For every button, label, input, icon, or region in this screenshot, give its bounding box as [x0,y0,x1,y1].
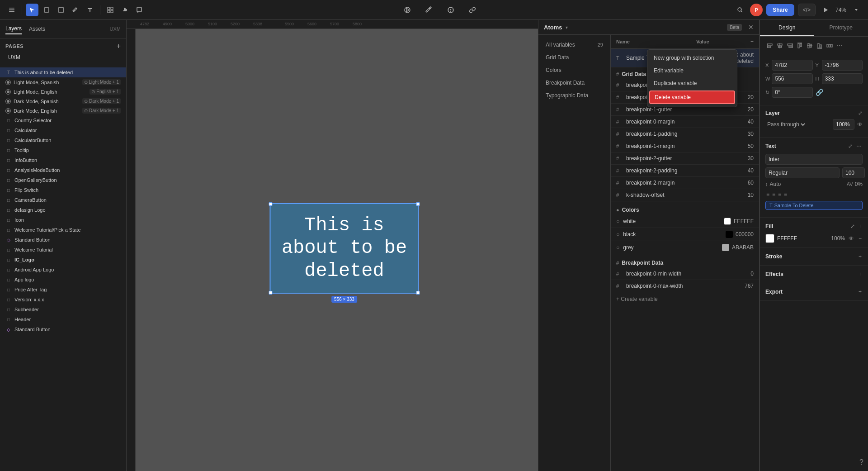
align-justify-text-icon[interactable]: ≡ [783,190,788,198]
var-row-breakpoint-2-gutter[interactable]: # breakpoint-2-gutter 30 [611,152,759,165]
align-bottom-icon[interactable] [815,41,824,50]
layer-item-tooltip[interactable]: □ Tooltip [0,145,126,155]
avatar[interactable]: P [750,4,763,16]
x-input[interactable] [772,60,812,71]
align-center-h-icon[interactable] [775,41,784,50]
font-size-input[interactable] [842,167,865,178]
layer-item-country-selector[interactable]: □ Country Selector [0,115,126,125]
tab-assets[interactable]: Assets [29,24,45,34]
align-left-text-icon[interactable]: ≡ [765,190,770,198]
tab-layers[interactable]: Layers [5,24,22,34]
layer-item-subheader[interactable]: □ Subheader [0,304,126,314]
layer-item-analysismodebutton[interactable]: □ AnalysisModeButton [0,165,126,175]
add-variable-icon[interactable]: + [750,38,754,45]
atoms-nav-all-variables[interactable]: All variables 29 [538,38,610,51]
create-variable-row[interactable]: + Create variable [611,292,759,306]
color-row-black[interactable]: ○ black 000000 [611,228,759,241]
y-input[interactable] [822,60,863,71]
layer-item-flip-switch[interactable]: □ Flip Switch [0,185,126,195]
context-menu-edit[interactable]: Edit variable [647,64,737,77]
expand-fill-icon[interactable]: ⤢ [849,222,856,230]
color-row-white[interactable]: ○ white FFFFFF [611,215,759,228]
context-menu-duplicate[interactable]: Duplicate variable [647,77,737,90]
layer-item-calculator[interactable]: □ Calculator [0,125,126,135]
layer-item-standard-button-2[interactable]: ◇ Standard Button [0,324,126,334]
color-row-grey[interactable]: ○ grey ABABAB [611,241,759,254]
var-row-breakpoint-0-margin[interactable]: # breakpoint-0-margin 40 [611,116,759,128]
canvas-content[interactable]: This is about to be deleted 556 × 333 [136,29,538,471]
frame-handle-bottom-left[interactable] [269,291,273,295]
layer-item-icon[interactable]: □ Icon [0,215,126,225]
more-align-icon[interactable] [835,41,844,50]
share-button[interactable]: Share [766,4,794,16]
menu-icon[interactable] [5,4,18,16]
atoms-nav-colors[interactable]: Colors [538,64,610,76]
var-row-breakpoint-0-min-width[interactable]: # breakpoint-0-min-width 0 [611,268,759,280]
atoms-nav-typographic-data[interactable]: Typographic Data [538,89,610,102]
layer-item-price-after-tag[interactable]: □ Price After Tag [0,285,126,295]
hand-tool-icon[interactable] [118,4,131,16]
page-item-uxm[interactable]: UXM [5,53,121,62]
layer-item-dark-mode-spanish[interactable]: Dark Mode, Spanish ⊙ Dark Mode + 1 [0,96,126,106]
layer-item-welcome-tutorial[interactable]: □ Welcome Tutorial [0,245,126,255]
align-right-text-icon[interactable]: ≡ [777,190,782,198]
code-button[interactable]: </> [798,4,816,16]
layer-item-standard-button-1[interactable]: ◇ Standard Button [0,235,126,245]
canvas-area[interactable]: 4782 4900 5000 5100 5200 5338 5500 5600 … [127,20,538,471]
layer-item-app-logo[interactable]: □ App logo [0,275,126,285]
var-row-breakpoint-2-padding[interactable]: # breakpoint-2-padding 40 [611,165,759,177]
link-icon[interactable] [466,4,479,16]
zoom-dropdown-icon[interactable] [850,4,863,16]
align-top-icon[interactable] [795,41,804,50]
context-menu-delete[interactable]: Delete variable [649,90,735,104]
layer-item-welcome-tutorial-pick[interactable]: □ Welcome Tutorial/Pick a State [0,225,126,235]
frame-handle-bottom-right[interactable] [416,291,420,295]
align-right-icon[interactable] [785,41,794,50]
distribute-h-icon[interactable] [825,41,834,50]
layer-item-light-mode-english[interactable]: Light Mode, English ⊙ English + 1 [0,87,126,96]
layer-item-android-app-logo[interactable]: □ Android App Logo [0,265,126,275]
font-weight-input[interactable] [765,167,840,178]
pen-tool-icon[interactable] [69,4,82,16]
add-stroke-icon[interactable]: + [858,252,863,261]
layer-item-camerabutton[interactable]: □ CameraButton [0,195,126,205]
search-icon[interactable] [734,4,746,16]
magic-icon[interactable] [423,4,435,16]
layer-item-opengallerybutton[interactable]: □ OpenGalleryButton [0,175,126,185]
var-row-k-shadow-offset[interactable]: # k-shadow-offset 10 [611,189,759,201]
expand-text-icon[interactable]: ⤢ [847,142,854,150]
comment-tool-icon[interactable] [133,4,146,16]
expand-icon[interactable]: ⤢ [858,110,863,116]
add-effects-icon[interactable]: + [858,270,863,278]
visibility-fill-icon[interactable]: 👁 [848,234,855,243]
frame-tool-icon[interactable] [40,4,53,16]
var-row-breakpoint-0-max-width[interactable]: # breakpoint-0-max-width 767 [611,280,759,292]
align-center-v-icon[interactable] [805,41,814,50]
layer-item-header[interactable]: □ Header [0,314,126,324]
remove-fill-icon[interactable]: − [858,234,863,243]
add-fill-icon[interactable]: + [858,222,863,230]
var-row-breakpoint-1-padding[interactable]: # breakpoint-1-padding 30 [611,128,759,140]
layer-item-light-mode-spanish[interactable]: Light Mode, Spanish ⊙ Light Mode + 1 [0,77,126,87]
context-menu-new-group[interactable]: New group with selection [647,52,737,64]
w-input[interactable] [772,73,812,84]
atoms-nav-grid-data[interactable]: Grid Data [538,51,610,64]
add-page-button[interactable]: + [117,42,121,50]
var-row-breakpoint-1-margin[interactable]: # breakpoint-1-margin 50 [611,140,759,152]
present-play-icon[interactable] [819,4,832,16]
var-row-breakpoint-2-margin[interactable]: # breakpoint-2-margin 60 [611,177,759,189]
help-icon[interactable]: ? [859,458,863,466]
lock-proportions-icon[interactable]: 🔗 [816,89,823,96]
frame-handle-top-right[interactable] [416,202,420,206]
shape-tool-icon[interactable] [55,4,67,16]
visibility-icon[interactable]: 👁 [857,121,863,128]
tab-prototype[interactable]: Prototype [814,20,868,36]
select-tool-icon[interactable] [26,4,38,16]
theme-icon[interactable] [444,4,457,16]
rotation-input[interactable] [772,87,812,98]
blend-mode-select[interactable]: Pass through Normal Multiply [765,121,807,128]
close-atoms-button[interactable]: ✕ [748,24,754,31]
align-left-icon[interactable] [765,41,774,50]
layer-item-delasign-logo[interactable]: □ delasign Logo [0,205,126,215]
tab-design[interactable]: Design [760,20,814,36]
